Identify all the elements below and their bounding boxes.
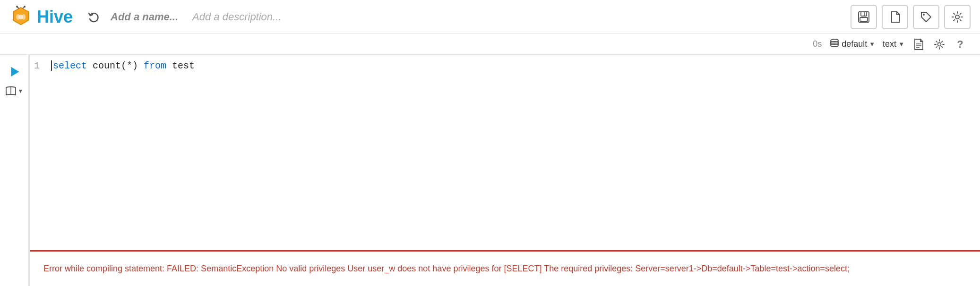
settings-icon	[951, 10, 964, 24]
hive-logo-icon	[9, 6, 32, 28]
file-icon	[888, 10, 902, 24]
code-content: select count(*) from test	[53, 60, 195, 71]
format-chevron-icon: ▼	[898, 41, 904, 48]
space-3	[166, 60, 172, 71]
settings-button[interactable]	[944, 5, 971, 29]
svg-point-7	[24, 6, 26, 8]
code-editor[interactable]: 1 select count(*) from test Error while …	[28, 55, 980, 286]
error-panel: Error while compiling statement: FAILED:…	[30, 250, 980, 286]
svg-point-13	[955, 15, 959, 19]
header-actions	[851, 5, 971, 29]
db-chevron-icon: ▼	[869, 41, 875, 48]
svg-point-3	[18, 15, 23, 19]
space-1	[87, 60, 93, 71]
error-message: Error while compiling statement: FAILED:…	[43, 262, 967, 276]
book-icon	[5, 86, 17, 96]
svg-point-20	[938, 42, 941, 46]
hive-logo-text: Hive	[37, 7, 73, 27]
db-stack-icon	[829, 39, 840, 50]
editor-area: ▼ 1 select count(*) from test Error whil…	[0, 55, 980, 286]
table-name: test	[172, 60, 195, 71]
keyword-select: select	[53, 60, 87, 71]
save-icon	[857, 10, 870, 24]
execution-time: 0s	[813, 39, 822, 49]
database-name: default	[842, 39, 867, 49]
help-icon[interactable]: ?	[954, 38, 967, 51]
svg-point-12	[923, 14, 925, 16]
code-line-1: 1 select count(*) from test	[30, 55, 980, 71]
book-button[interactable]: ▼	[5, 86, 24, 96]
svg-rect-9	[861, 12, 867, 16]
fn-count: count(*)	[93, 60, 138, 71]
logo: Hive	[9, 6, 73, 28]
toolbar-settings-icon[interactable]	[933, 38, 946, 51]
keyword-from: from	[144, 60, 166, 71]
svg-point-6	[16, 6, 18, 8]
query-desc-input[interactable]: Add a description...	[192, 11, 851, 23]
new-file-button[interactable]	[882, 5, 908, 29]
svg-marker-21	[11, 67, 19, 77]
undo-button[interactable]	[84, 8, 103, 26]
cursor	[51, 60, 52, 71]
query-name-input[interactable]: Add a name...	[111, 11, 178, 23]
svg-rect-10	[860, 17, 868, 21]
tag-icon	[920, 10, 933, 24]
document-icon[interactable]	[912, 38, 925, 51]
tag-button[interactable]	[913, 5, 939, 29]
book-chevron-icon: ▼	[18, 88, 24, 94]
header: Hive Add a name... Add a description...	[0, 0, 980, 34]
space-2	[138, 60, 144, 71]
run-button[interactable]	[6, 63, 23, 80]
format-value: text	[883, 39, 896, 49]
save-button[interactable]	[851, 5, 877, 29]
format-selector[interactable]: text ▼	[883, 39, 904, 49]
left-sidebar: ▼	[0, 55, 28, 286]
database-selector[interactable]: default ▼	[829, 39, 875, 50]
line-number-1: 1	[34, 60, 48, 71]
query-toolbar: 0s default ▼ text ▼	[0, 34, 980, 55]
